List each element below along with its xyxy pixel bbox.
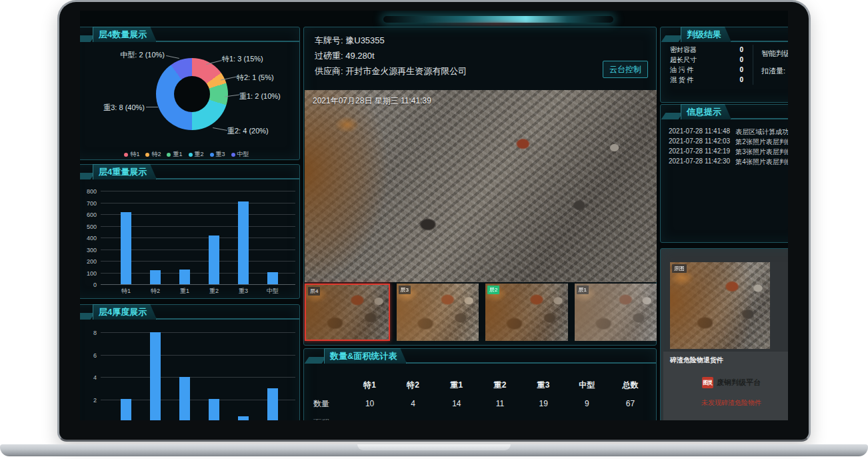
bar-slot: [199, 399, 229, 420]
message-list: 2021-07-28 11:41:48表层区域计算成功2021-07-28 11…: [669, 127, 788, 167]
grade-results: 密封容器0超长尺寸0油 污 件0混 货 件0 智能判级:扣渣量:: [661, 45, 788, 85]
table-cell: 67: [609, 399, 652, 408]
bar[interactable]: [179, 377, 190, 420]
legend-label: 重3: [216, 150, 225, 159]
bar[interactable]: [150, 270, 161, 284]
x-tick-label: 特1: [111, 287, 141, 296]
table-header-cell: 重2: [478, 380, 521, 391]
grade-summary: 智能判级:扣渣量:: [753, 45, 788, 85]
header-glow-decoration: [383, 16, 613, 23]
original-photo[interactable]: 原图: [670, 262, 770, 349]
message-time: 2021-07-28 11:41:48: [669, 127, 730, 137]
stats-table-panel: 数量&面积统计表 特1特2重1重2重3中型总数数量104141119967面积—…: [303, 348, 657, 420]
message-row[interactable]: 2021-07-28 11:42:19第3张照片表层判级: [669, 147, 788, 157]
weight-label: 过磅重:: [315, 51, 343, 61]
info-panel-title: 信息提示: [681, 104, 731, 119]
message-row[interactable]: 2021-07-28 11:42:30第4张照片表层判级: [669, 157, 788, 167]
quantity-panel-header: 层4数量展示: [80, 27, 299, 42]
quantity-panel-title: 层4数量展示: [93, 27, 157, 42]
detail-card: 碎渣危险物退货件 图灵 废钢判级平台 未发现碎渣危险物件: [663, 352, 788, 420]
y-tick-label: 200: [80, 258, 97, 265]
inspection-panel: 车牌号: 豫U35355 过磅重: 49.280t 供应商: 开封市金火源再生资…: [303, 27, 657, 346]
bar[interactable]: [150, 332, 161, 420]
legend-item[interactable]: 特1: [124, 150, 139, 159]
layer-thumbnail[interactable]: 层1: [575, 284, 657, 341]
message-time: 2021-07-28 11:42:30: [669, 157, 730, 167]
bar[interactable]: [179, 270, 190, 284]
x-tick-label: 重3: [229, 287, 258, 296]
thumbnail-layer-tag: 层4: [308, 287, 320, 296]
bar[interactable]: [121, 212, 131, 284]
photo-timestamp-overlay: 2021年07月28日 星期三 11:41:39: [313, 95, 431, 107]
laptop-screen: 层4数量展示 特1: 3 (15%)特2: 1 (5%)重1: 2 (10%)重…: [80, 11, 788, 420]
table-cell: ——: [435, 418, 478, 420]
legend-label: 中型: [237, 150, 249, 159]
detail-panel: 原图 碎渣危险物退货件 图灵 废钢判级平台 未发现碎渣危险物件: [660, 248, 788, 420]
legend-item[interactable]: 重2: [189, 150, 204, 159]
grade-item-value: 0: [739, 46, 745, 53]
platform-logo: 图灵 废钢判级平台: [663, 377, 788, 388]
bar[interactable]: [267, 388, 278, 420]
stats-table-title: 数量&面积统计表: [324, 348, 407, 364]
plate-row: 车牌号: 豫U35355: [315, 33, 467, 48]
legend-item[interactable]: 重3: [210, 150, 225, 159]
table-cell: 10: [348, 399, 391, 408]
layer-thumbnail[interactable]: 层4: [305, 284, 390, 341]
main-scrap-photo[interactable]: 2021年07月28日 星期三 11:41:39: [305, 90, 657, 282]
layer-thumbnail[interactable]: 层2: [485, 284, 568, 341]
y-tick-label: 300: [80, 247, 97, 254]
quantity-panel: 层4数量展示 特1: 3 (15%)特2: 1 (5%)重1: 2 (10%)重…: [80, 27, 300, 160]
table-cell: ——: [522, 418, 565, 420]
legend-item[interactable]: 中型: [231, 150, 249, 159]
table-header-cell: 重3: [522, 380, 565, 391]
donut-legend: 特1特2重1重2重3中型: [80, 150, 301, 159]
table-header-cell: 特1: [348, 380, 391, 391]
bar[interactable]: [267, 272, 278, 284]
table-row-label: 数量: [309, 398, 348, 410]
message-row[interactable]: 2021-07-28 11:41:48表层区域计算成功: [669, 127, 788, 137]
legend-item[interactable]: 特2: [145, 150, 161, 159]
bar[interactable]: [238, 416, 249, 420]
legend-label: 重1: [173, 150, 182, 159]
legend-item[interactable]: 重1: [167, 150, 182, 159]
message-time: 2021-07-28 11:42:19: [669, 147, 730, 157]
y-tick-label: 2: [80, 397, 97, 404]
y-tick-label: 400: [80, 235, 97, 242]
vehicle-info: 车牌号: 豫U35355 过磅重: 49.280t 供应商: 开封市金火源再生资…: [315, 33, 467, 79]
grade-summary-label: 扣渣量:: [761, 62, 788, 79]
weight-row: 过磅重: 49.280t: [315, 48, 467, 63]
supplier-label: 供应商:: [315, 66, 343, 76]
grade-item: 超长尺寸0: [670, 55, 745, 65]
bar-slot: [229, 201, 258, 284]
donut-leader-line: [166, 55, 179, 59]
message-text: 第3张照片表层判级: [735, 147, 788, 157]
bar[interactable]: [238, 201, 249, 284]
donut-leader-line: [146, 107, 158, 107]
platform-logo-icon: 图灵: [702, 377, 713, 388]
bar[interactable]: [121, 399, 131, 420]
table-row: 面积——————————————: [309, 413, 652, 420]
bar[interactable]: [209, 236, 219, 284]
message-row[interactable]: 2021-07-28 11:42:03第2张照片表层判级: [669, 137, 788, 147]
legend-dot: [167, 153, 171, 157]
bar-slot: [229, 416, 258, 420]
grade-item-value: 0: [739, 56, 745, 63]
donut-callout: 重2: 4 (20%): [227, 126, 269, 136]
grade-summary-label: 智能判级:: [761, 45, 788, 62]
table-row-label: 面积: [309, 417, 348, 421]
legend-label: 特2: [151, 150, 161, 159]
message-text: 第2张照片表层判级: [735, 137, 788, 147]
bar[interactable]: [209, 399, 219, 420]
legend-label: 重2: [195, 150, 204, 159]
bar-slot: [258, 388, 287, 420]
grade-item-label: 油 污 件: [670, 65, 694, 75]
plate-label: 车牌号:: [315, 35, 343, 45]
grade-item-label: 超长尺寸: [670, 55, 697, 65]
ptz-control-button[interactable]: 云台控制: [603, 61, 648, 78]
supplier-row: 供应商: 开封市金火源再生资源有限公司: [315, 63, 467, 79]
original-photo-tag: 原图: [672, 264, 687, 273]
y-tick-label: 500: [80, 223, 97, 230]
table-header-cell: 中型: [565, 380, 609, 391]
layer-thumbnail[interactable]: 层3: [397, 284, 479, 341]
laptop-base-notch: [357, 444, 511, 450]
